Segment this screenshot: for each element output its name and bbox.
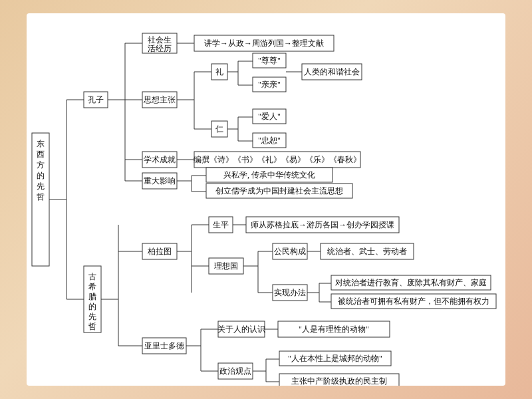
qinqin-label: "亲亲"	[258, 80, 281, 89]
greek-label3: 腊	[88, 292, 96, 301]
greek-label4: 的	[88, 302, 96, 311]
meth2-label: 被统治者可拥有私有财产，但不能拥有权力	[338, 297, 489, 306]
influence-label: 重大影响	[144, 176, 176, 186]
greek-label5: 先	[88, 312, 96, 321]
inf1-label: 兴私学, 传承中华传统文化	[223, 170, 315, 180]
academic-content: 编撰《诗》《书》《礼》《易》《乐》《春秋》	[194, 155, 361, 164]
ren-label: 仁	[215, 124, 223, 134]
life-label: 生平	[213, 220, 229, 229]
li-label: 礼	[215, 67, 223, 76]
main-label: 东	[37, 139, 45, 148]
citizens-content: 统治者、武士、劳动者	[327, 247, 407, 256]
academic-label: 学术成就	[144, 155, 176, 164]
social-label2: 活经历	[148, 44, 172, 53]
harmony-label: 人类的和谐社会	[304, 67, 360, 76]
zunzun-label: "尊尊"	[258, 56, 281, 65]
pol1-label: "人在本性上是城邦的动物"	[288, 354, 382, 363]
main-label3: 方	[37, 160, 45, 170]
method-label: 实现办法	[274, 288, 306, 297]
human-content: "人是有理性的动物"	[299, 325, 369, 334]
thought-label: 思想主张	[143, 95, 176, 104]
human-label: 关于人的认识	[217, 325, 265, 334]
zhongshu-label: "忠恕"	[258, 136, 281, 145]
meth1-label: 对统治者进行教育、废除其私有财产、家庭	[335, 278, 487, 287]
pol2-label: 主张中产阶级执政的民主制	[291, 376, 387, 386]
greek-label2: 希	[88, 282, 96, 291]
airen-label: "爱人"	[258, 112, 281, 121]
social-label1: 社会生	[148, 35, 172, 45]
main-label2: 西	[37, 150, 45, 159]
kongzi-label: 孔子	[88, 95, 104, 104]
inf2-label: 创立儒学成为中国封建社会主流思想	[215, 186, 343, 196]
aristotle-label: 亚里士多德	[144, 341, 184, 350]
ideal-label: 理想国	[214, 261, 238, 271]
diagram-container: 东 西 方 的 先 哲 孔子 社会生 活经历 讲学→从政→周游列国→整理文献 思…	[27, 13, 505, 386]
greek-label1: 古	[88, 272, 96, 281]
politics-label: 政治观点	[219, 366, 251, 376]
life-content: 师从苏格拉底→游历各国→创办学园授课	[251, 220, 394, 229]
main-label5: 先	[37, 182, 45, 191]
citizens-label: 公民构成	[274, 247, 306, 256]
greek-label6: 哲	[88, 322, 96, 331]
main-label4: 的	[37, 171, 45, 180]
main-label6: 哲	[37, 192, 45, 201]
social-content: 讲学→从政→周游列国→整理文献	[204, 39, 324, 48]
plato-label: 柏拉图	[147, 247, 172, 256]
